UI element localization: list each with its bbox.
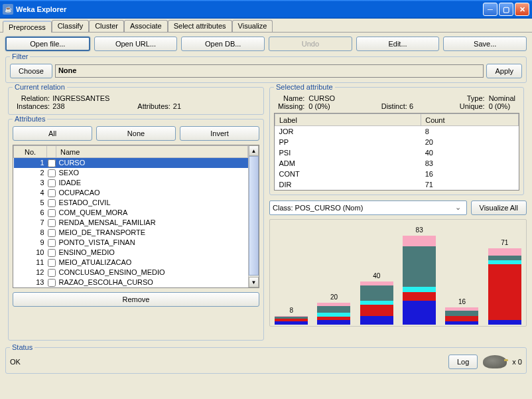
toolbar: Open file... Open URL... Open DB... Undo… (0, 33, 532, 55)
table-row[interactable]: 4OCUPACAO (14, 188, 248, 198)
status-text: OK (10, 358, 443, 366)
row-checkbox[interactable] (48, 229, 56, 237)
log-button[interactable]: Log (448, 355, 478, 369)
row-checkbox[interactable] (48, 259, 56, 267)
attributes-table: No. Name 1CURSO2SEXO3IDADE4OCUPACAO5ESTA… (13, 145, 259, 288)
label-count-table: Label Count JOR8PP20PSI40ADM83CONT16DIR7… (274, 113, 519, 191)
histogram-chart: 82040831671 (269, 219, 527, 327)
open-file-button[interactable]: Open file... (5, 37, 90, 51)
table-row[interactable]: 1CURSO (14, 158, 248, 168)
tab-preprocess[interactable]: Preprocess (3, 21, 52, 33)
filter-group: Filter Choose None Apply (5, 56, 527, 83)
minimize-button[interactable]: ─ (483, 3, 498, 16)
table-row[interactable]: DIR71 (275, 179, 519, 190)
table-row[interactable]: 11MEIO_ATUALIZACAO (14, 258, 248, 268)
java-icon: ☕ (3, 4, 13, 15)
attributes-value: 21 (173, 102, 255, 110)
instances-label: Instances: (17, 102, 50, 110)
sa-unique-label: Unique: (460, 102, 485, 110)
current-relation-group: Current relation Relation: INGRESSANTES … (8, 87, 264, 115)
tab-select-attributes[interactable]: Select attributes (168, 20, 232, 32)
chart-bar: 71 (488, 248, 521, 325)
row-checkbox[interactable] (48, 179, 56, 187)
status-title: Status (10, 343, 34, 351)
row-checkbox[interactable] (48, 239, 56, 247)
class-select[interactable]: Class: POS_CURSO (Nom) ⌄ (269, 200, 467, 215)
sa-name-label: Name: (278, 94, 304, 102)
table-row[interactable]: 3IDADE (14, 178, 248, 188)
scroll-down-icon[interactable]: ▼ (249, 277, 259, 287)
attributes-group: Attributes All None Invert No. Name (8, 119, 264, 341)
relation-label: Relation: (17, 94, 50, 102)
weka-bird-icon (483, 355, 507, 368)
filter-value[interactable]: None (55, 64, 484, 78)
remove-button[interactable]: Remove (13, 292, 259, 307)
chart-bar: 16 (445, 307, 478, 325)
scrollbar[interactable]: ▲ ▼ (248, 145, 259, 287)
open-db-button[interactable]: Open DB... (181, 37, 265, 51)
selected-attribute-group: Selected attribute Name: CURSO Type: Nom… (269, 87, 524, 195)
col-name[interactable]: Name (56, 146, 248, 158)
bird-count: x 0 (512, 358, 522, 366)
row-checkbox[interactable] (48, 169, 56, 177)
open-url-button[interactable]: Open URL... (94, 37, 178, 51)
col-check[interactable] (47, 146, 56, 158)
table-row[interactable]: 8MEIO_DE_TRANSPORTE (14, 228, 248, 238)
table-row[interactable]: CONT16 (275, 169, 519, 179)
table-row[interactable]: PP20 (275, 137, 519, 147)
table-row[interactable]: 12CONCLUSAO_ENSINO_MEDIO (14, 268, 248, 278)
table-row[interactable]: 5ESTADO_CIVIL (14, 198, 248, 208)
row-checkbox[interactable] (48, 209, 56, 217)
select-all-button[interactable]: All (13, 126, 92, 141)
table-row[interactable]: JOR8 (275, 126, 519, 137)
select-none-button[interactable]: None (96, 126, 176, 141)
tab-visualize[interactable]: Visualize (232, 20, 273, 32)
edit-button[interactable]: Edit... (356, 37, 440, 51)
sa-distinct-value: 6 (409, 102, 413, 110)
sa-type-label: Type: (460, 94, 485, 102)
col-count[interactable]: Count (421, 114, 519, 126)
choose-filter-button[interactable]: Choose (10, 64, 52, 78)
filter-title: Filter (10, 52, 30, 60)
col-label[interactable]: Label (275, 114, 421, 126)
row-checkbox[interactable] (48, 279, 56, 287)
row-checkbox[interactable] (48, 269, 56, 277)
relation-value: INGRESSANTES (52, 94, 135, 102)
sa-distinct-label: Distinct: (381, 102, 407, 110)
tab-cluster[interactable]: Cluster (89, 20, 124, 32)
table-row[interactable]: 9PONTO_VISTA_FINAN (14, 238, 248, 248)
row-checkbox[interactable] (48, 159, 56, 167)
chart-bar: 8 (275, 316, 308, 325)
col-no[interactable]: No. (14, 146, 47, 158)
titlebar: ☕ Weka Explorer ─ ▢ ✕ (0, 0, 532, 19)
save-button[interactable]: Save... (443, 37, 527, 51)
row-checkbox[interactable] (48, 219, 56, 227)
close-button[interactable]: ✕ (515, 3, 529, 16)
row-checkbox[interactable] (48, 199, 56, 207)
tab-associate[interactable]: Associate (124, 20, 168, 32)
table-row[interactable]: 10ENSINO_MEDIO (14, 248, 248, 258)
undo-button[interactable]: Undo (269, 37, 352, 51)
chart-bar: 20 (317, 303, 350, 324)
invert-selection-button[interactable]: Invert (180, 126, 259, 141)
tab-classify[interactable]: Classify (52, 20, 90, 32)
table-row[interactable]: 2SEXO (14, 168, 248, 178)
scroll-up-icon[interactable]: ▲ (249, 145, 259, 156)
sa-unique-value: 0 (0%) (489, 102, 515, 110)
maximize-button[interactable]: ▢ (499, 3, 513, 16)
sa-type-value: Nominal (489, 94, 515, 102)
table-row[interactable]: PSI40 (275, 147, 519, 158)
table-row[interactable]: 13RAZAO_ESCOLHA_CURSO (14, 278, 248, 287)
chevron-down-icon: ⌄ (453, 203, 464, 212)
scroll-thumb[interactable] (249, 156, 259, 276)
row-checkbox[interactable] (48, 249, 56, 257)
table-row[interactable]: 7RENDA_MENSAL_FAMILIAR (14, 218, 248, 228)
table-row[interactable]: ADM83 (275, 158, 519, 169)
visualize-all-button[interactable]: Visualize All (471, 200, 527, 215)
chart-bar: 83 (403, 236, 436, 325)
apply-filter-button[interactable]: Apply (486, 64, 522, 78)
row-checkbox[interactable] (48, 189, 56, 197)
table-row[interactable]: 6COM_QUEM_MORA (14, 208, 248, 218)
selected-attribute-title: Selected attribute (274, 83, 335, 91)
status-group: Status OK Log x 0 (5, 347, 527, 374)
